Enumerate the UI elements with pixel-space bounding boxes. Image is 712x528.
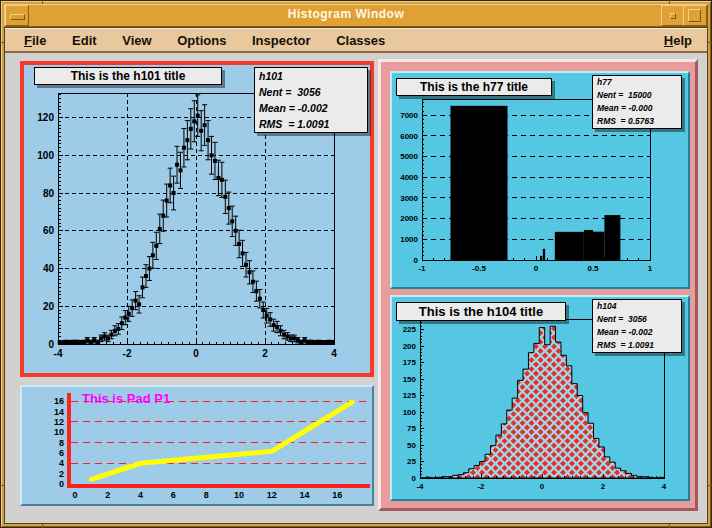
h104-stat-rms: RMS = 1.0091 (593, 339, 681, 352)
menubar: File Edit View Options Inspector Classes… (5, 28, 707, 53)
svg-text:150: 150 (403, 375, 417, 384)
menu-item-help[interactable]: Help (661, 29, 695, 52)
svg-text:14: 14 (300, 490, 310, 500)
h101-stat-name: h101 (255, 68, 367, 84)
svg-text:-0.5: -0.5 (472, 264, 486, 273)
svg-text:80: 80 (43, 188, 55, 199)
svg-text:125: 125 (403, 391, 417, 400)
svg-text:0: 0 (59, 479, 64, 489)
svg-text:175: 175 (403, 358, 417, 367)
titlebar[interactable]: Histogram Window (4, 4, 708, 27)
svg-text:5000: 5000 (400, 152, 418, 161)
svg-text:4000: 4000 (400, 173, 418, 182)
svg-text:-4: -4 (54, 348, 63, 359)
svg-text:200: 200 (403, 342, 417, 351)
h101-title-box[interactable]: This is the h101 title (34, 67, 222, 85)
svg-text:1000: 1000 (400, 235, 418, 244)
pad-right-container[interactable]: -1-0.500.5101000200030004000500060007000… (378, 59, 698, 511)
h77-title-box[interactable]: This is the h77 title (396, 78, 552, 96)
svg-text:10: 10 (234, 490, 244, 500)
svg-text:-1: -1 (418, 264, 426, 273)
svg-text:7000: 7000 (400, 111, 418, 120)
h104-stat-mean: Mean = -0.002 (593, 326, 681, 339)
svg-text:2: 2 (601, 482, 606, 491)
svg-text:0: 0 (540, 482, 545, 491)
svg-text:-4: -4 (416, 482, 424, 491)
h77-stat-entries: Nent = 15000 (593, 89, 681, 102)
window-menu-button[interactable] (5, 5, 29, 26)
svg-text:0.5: 0.5 (587, 264, 599, 273)
svg-text:2000: 2000 (400, 214, 418, 223)
h77-stat-mean: Mean = -0.000 (593, 102, 681, 115)
menu-item-options[interactable]: Options (174, 29, 229, 52)
svg-text:4: 4 (331, 348, 337, 359)
h104-stat-name: h104 (593, 300, 681, 313)
p1-plot[interactable]: 02468101214160246810121416 (22, 387, 372, 504)
svg-text:75: 75 (407, 424, 416, 433)
svg-text:225: 225 (403, 325, 417, 334)
menu-item-edit[interactable]: Edit (69, 29, 100, 52)
h104-stat-entries: Nent = 3056 (593, 313, 681, 326)
menu-item-view[interactable]: View (119, 29, 154, 52)
menu-item-file[interactable]: File (21, 29, 49, 52)
minimize-button[interactable] (661, 5, 685, 26)
pad-h104[interactable]: -4-20240255075100125150175200225 This is… (390, 295, 690, 501)
svg-text:16: 16 (54, 396, 64, 406)
svg-text:120: 120 (37, 112, 54, 123)
svg-text:1: 1 (648, 264, 653, 273)
svg-text:60: 60 (43, 225, 55, 236)
svg-text:40: 40 (43, 263, 55, 274)
h77-stat-name: h77 (593, 76, 681, 89)
minimize-icon (670, 13, 676, 19)
window-title: Histogram Window (45, 5, 647, 26)
menu-item-classes[interactable]: Classes (333, 29, 388, 52)
svg-text:0: 0 (48, 339, 54, 350)
svg-text:3000: 3000 (400, 194, 418, 203)
pad-h77[interactable]: -1-0.500.5101000200030004000500060007000… (390, 71, 690, 289)
h101-stats-box[interactable]: h101 Nent = 3056 Mean = -0.002 RMS = 1.0… (254, 67, 368, 133)
svg-text:0: 0 (534, 264, 539, 273)
window-frame[interactable]: Histogram Window File Edit View Options … (0, 0, 712, 528)
p1-title-label: This is Pad P1 (82, 391, 170, 406)
svg-text:10: 10 (54, 427, 64, 437)
svg-text:100: 100 (403, 408, 417, 417)
svg-text:6: 6 (171, 490, 176, 500)
h101-stat-entries: Nent = 3056 (255, 84, 367, 100)
pad-p1[interactable]: 02468101214160246810121416 This is Pad P… (20, 385, 374, 506)
svg-text:4: 4 (138, 490, 143, 500)
h104-title-box[interactable]: This is the h104 title (396, 302, 566, 321)
svg-text:4: 4 (59, 458, 64, 468)
root-canvas[interactable]: -4-2024020406080100120 This is the h101 … (5, 54, 707, 523)
menu-item-inspector[interactable]: Inspector (249, 29, 314, 52)
svg-text:0: 0 (414, 256, 419, 265)
svg-text:12: 12 (267, 490, 277, 500)
svg-text:8: 8 (59, 438, 64, 448)
maximize-button[interactable] (683, 5, 707, 26)
svg-text:0: 0 (193, 348, 199, 359)
svg-text:-2: -2 (477, 482, 485, 491)
pad-h101[interactable]: -4-2024020406080100120 This is the h101 … (20, 61, 374, 377)
svg-text:6000: 6000 (400, 132, 418, 141)
window-menu-icon (10, 14, 25, 20)
svg-text:8: 8 (204, 490, 209, 500)
svg-text:100: 100 (37, 150, 54, 161)
svg-text:0: 0 (412, 474, 417, 483)
svg-text:25: 25 (407, 457, 416, 466)
svg-text:12: 12 (54, 417, 64, 427)
svg-text:6: 6 (59, 448, 64, 458)
h77-stat-rms: RMS = 0.5763 (593, 115, 681, 128)
svg-text:16: 16 (332, 490, 342, 500)
h104-stats-box[interactable]: h104 Nent = 3056 Mean = -0.002 RMS = 1.0… (592, 299, 682, 353)
svg-text:20: 20 (43, 301, 55, 312)
h101-stat-mean: Mean = -0.002 (255, 100, 367, 116)
client-area: File Edit View Options Inspector Classes… (4, 27, 708, 524)
svg-text:2: 2 (105, 490, 110, 500)
svg-text:-2: -2 (123, 348, 132, 359)
maximize-icon (688, 9, 701, 22)
h77-stats-box[interactable]: h77 Nent = 15000 Mean = -0.000 RMS = 0.5… (592, 75, 682, 129)
svg-text:2: 2 (59, 469, 64, 479)
svg-text:4: 4 (662, 482, 667, 491)
svg-text:50: 50 (407, 441, 416, 450)
svg-text:2: 2 (262, 348, 268, 359)
svg-text:0: 0 (72, 490, 77, 500)
